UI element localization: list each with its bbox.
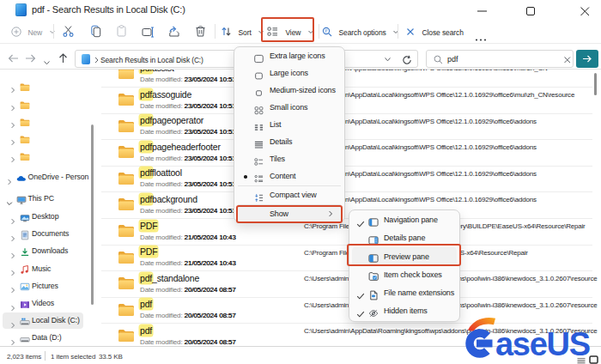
search-term-highlight: pdf xyxy=(140,142,152,152)
sidebar-item-pictures[interactable]: Pictures xyxy=(0,277,100,294)
chevron-right-icon[interactable] xyxy=(9,100,16,106)
app-icon xyxy=(15,3,27,16)
cut-button[interactable] xyxy=(62,25,75,41)
compact-view-icon xyxy=(254,191,264,200)
recent-locations-button[interactable] xyxy=(43,54,51,70)
file-row[interactable]: pdffloattool Date modified: 23/05/2024 1… xyxy=(101,166,601,192)
data-disk-icon xyxy=(20,332,31,343)
file-row[interactable]: pdfassist Date modified: 23/05/2024 10:5… xyxy=(101,70,601,87)
view-menu-item-label: Extra large icons xyxy=(270,52,325,60)
view-menu-item-large-icons[interactable]: Large icons xyxy=(234,65,344,82)
sidebar-folder[interactable] xyxy=(0,112,100,129)
search-term-highlight: pdf xyxy=(140,325,152,336)
sidebar-item-music[interactable]: Music xyxy=(0,260,100,277)
maximize-button[interactable] xyxy=(518,0,543,19)
view-menu-item-medium-sized-icons[interactable]: Medium-sized icons xyxy=(234,82,344,100)
search-box[interactable]: pdf xyxy=(426,50,574,68)
search-options-label: Search options xyxy=(338,28,385,37)
refresh-icon[interactable] xyxy=(402,55,412,65)
chevron-right-icon[interactable] xyxy=(9,151,16,158)
paste-button[interactable] xyxy=(115,25,128,41)
chevron-right-icon[interactable] xyxy=(9,264,16,271)
sidebar-scrollbar[interactable] xyxy=(91,124,94,305)
chevron-right-icon[interactable] xyxy=(9,117,16,124)
back-arrow-icon xyxy=(8,53,19,64)
chevron-right-icon[interactable] xyxy=(9,82,16,88)
local-disk-icon xyxy=(20,315,31,326)
chevron-right-icon[interactable] xyxy=(6,173,13,180)
close-search-button[interactable]: Close search xyxy=(406,23,464,39)
show-submenu-item-navigation-pane[interactable]: Navigation pane xyxy=(352,211,457,229)
chevron-right-icon[interactable] xyxy=(9,282,16,288)
new-button[interactable]: New xyxy=(11,23,56,39)
chevron-right-icon[interactable] xyxy=(9,134,16,141)
sort-button[interactable]: Sort xyxy=(221,23,264,39)
plus-circle-icon xyxy=(11,27,21,37)
extra-large-icons-icon xyxy=(254,52,264,61)
view-menu-item-tiles[interactable]: Tiles xyxy=(234,151,344,168)
chevron-right-icon[interactable] xyxy=(9,334,16,341)
share-button[interactable] xyxy=(168,25,181,41)
more-dots-icon xyxy=(475,38,487,42)
folder-icon xyxy=(20,115,31,126)
search-go-button[interactable] xyxy=(576,50,598,68)
sidebar-item-videos[interactable]: Videos xyxy=(0,294,100,312)
file-list-scrollbar[interactable] xyxy=(594,73,597,95)
show-submenu-item-hidden-items[interactable]: Hidden items xyxy=(352,302,457,320)
chevron-right-icon[interactable] xyxy=(9,247,16,254)
sidebar-item-downloads[interactable]: Downloads xyxy=(0,242,100,259)
view-menu-item-content[interactable]: Content xyxy=(234,168,344,185)
view-menu-item-details[interactable]: Details xyxy=(234,134,344,151)
file-row[interactable]: pdfpageoperator Date modified: 23/05/202… xyxy=(101,113,601,140)
view-menu-item-compact-view[interactable]: Compact view xyxy=(234,187,344,204)
rename-button[interactable] xyxy=(142,26,155,41)
search-options-button[interactable]: Search options xyxy=(322,23,399,39)
view-menu-item-list[interactable]: List xyxy=(234,117,344,134)
chevron-right-icon[interactable] xyxy=(9,230,16,237)
chevron-right-icon[interactable] xyxy=(9,213,16,220)
sidebar-item-local-disk-c[interactable]: Local Disk (C:) xyxy=(0,312,100,329)
close-button[interactable] xyxy=(572,0,598,19)
content-view-icon xyxy=(254,172,264,181)
sidebar-item-data-d[interactable]: Data (D:) xyxy=(0,329,100,346)
chevron-right-icon[interactable] xyxy=(9,300,16,306)
file-row[interactable]: pdfassoguide Date modified: 23/05/2024 1… xyxy=(101,87,601,113)
file-date: Date modified: 20/05/2024 08:57 xyxy=(140,312,235,319)
delete-button[interactable] xyxy=(194,25,207,41)
onedrive-icon xyxy=(16,172,27,183)
close-icon xyxy=(572,0,598,19)
copy-button[interactable] xyxy=(89,25,102,41)
chevron-down-icon[interactable] xyxy=(6,195,13,202)
view-menu-item-small-icons[interactable]: Small icons xyxy=(234,100,344,117)
sidebar-folder[interactable] xyxy=(0,94,100,112)
view-menu-item-extra-large-icons[interactable]: Extra large icons xyxy=(234,48,344,65)
up-button[interactable] xyxy=(58,52,69,67)
folder-icon xyxy=(118,70,135,80)
search-input-value[interactable]: pdf xyxy=(447,55,458,64)
show-submenu-item-item-check-boxes[interactable]: Item check boxes xyxy=(352,266,457,284)
sidebar-item-onedrive[interactable]: OneDrive - Person xyxy=(0,168,100,185)
chevron-right-icon[interactable] xyxy=(9,317,16,324)
show-submenu-item-file-name-extensions[interactable]: File name extensions xyxy=(352,284,457,302)
sidebar-folder[interactable] xyxy=(0,147,100,164)
back-button[interactable] xyxy=(8,52,19,67)
forward-button[interactable] xyxy=(25,52,36,67)
sidebar-item-desktop[interactable]: Desktop xyxy=(0,208,100,225)
file-row[interactable]: pdf Date modified: 20/05/2024 08:57 C:\U… xyxy=(101,323,601,346)
status-separator xyxy=(45,351,46,361)
sidebar-item-this-pc[interactable]: This PC xyxy=(0,190,100,207)
minimize-button[interactable] xyxy=(469,0,495,19)
thumbnail-view-toggle[interactable] xyxy=(589,352,598,364)
sidebar-item-documents[interactable]: Documents xyxy=(0,225,100,242)
view-menu-item-label: Content xyxy=(270,172,295,180)
clear-search-icon[interactable] xyxy=(563,56,572,64)
sidebar-folder[interactable] xyxy=(0,129,100,146)
file-path: C:\Users\admin\AppData\Roaming\kingsoft\… xyxy=(304,327,598,335)
sidebar-folder[interactable] xyxy=(0,77,100,94)
details-view-toggle[interactable] xyxy=(577,353,586,364)
file-name: pdfpageoperator xyxy=(140,115,203,125)
address-dropdown-icon[interactable] xyxy=(384,57,392,63)
show-submenu-item-label: Navigation pane xyxy=(384,215,438,224)
file-row[interactable]: pdfpageheaderfooter Date modified: 23/05… xyxy=(101,139,601,166)
search-term-highlight: PDF xyxy=(140,246,157,257)
